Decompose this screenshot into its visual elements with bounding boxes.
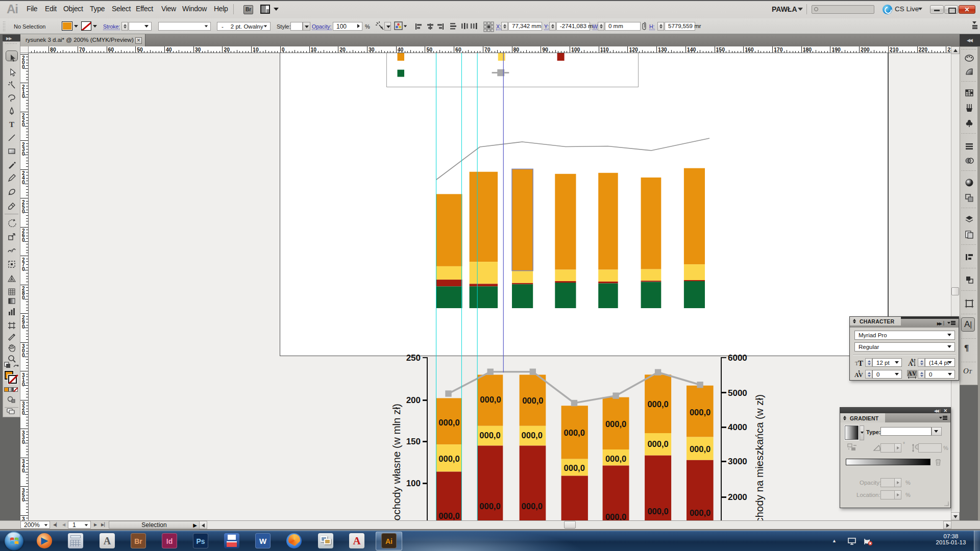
svg-text:V: V (912, 370, 917, 377)
svg-text:4000: 4000 (728, 422, 747, 432)
svg-text:0: 0 (22, 353, 25, 358)
svg-text:0: 0 (22, 151, 25, 157)
svg-text:130: 130 (658, 46, 667, 53)
svg-text:A: A (908, 360, 913, 367)
svg-text:Dochody własne (w mln zł): Dochody własne (w mln zł) (390, 404, 402, 520)
svg-text:000,0: 000,0 (479, 502, 500, 511)
svg-text:000,0: 000,0 (605, 512, 626, 521)
svg-text:40: 40 (398, 46, 404, 53)
svg-text:230: 230 (947, 46, 951, 53)
svg-text:6000: 6000 (728, 353, 747, 363)
svg-text:0: 0 (22, 180, 25, 185)
svg-text:000,0: 000,0 (522, 502, 543, 511)
svg-text:80: 80 (513, 46, 520, 53)
svg-text:T: T (9, 120, 14, 129)
svg-text:0: 0 (22, 122, 25, 128)
svg-text:30: 30 (195, 46, 201, 53)
svg-text:000,0: 000,0 (479, 431, 500, 440)
svg-text:3000: 3000 (728, 457, 747, 466)
svg-text:0: 0 (22, 324, 25, 330)
svg-text:000,0: 000,0 (690, 444, 710, 454)
svg-text:0: 0 (22, 382, 25, 387)
svg-text:000,0: 000,0 (647, 507, 668, 516)
svg-text:100: 100 (406, 479, 421, 488)
svg-text:110: 110 (600, 46, 609, 53)
svg-text:100: 100 (571, 46, 580, 53)
svg-text:000,0: 000,0 (438, 418, 459, 427)
svg-text:000,0: 000,0 (605, 454, 626, 463)
svg-text:000,0: 000,0 (605, 419, 626, 429)
svg-text:000,0: 000,0 (690, 508, 710, 517)
svg-text:190: 190 (831, 46, 841, 53)
svg-text:0: 0 (22, 295, 25, 300)
svg-text:120: 120 (629, 46, 638, 53)
svg-text:30: 30 (369, 46, 375, 53)
svg-text:210: 210 (890, 46, 899, 53)
svg-text:000,0: 000,0 (564, 428, 585, 437)
svg-text:2000: 2000 (728, 492, 747, 502)
svg-text:000,0: 000,0 (690, 408, 710, 417)
svg-text:200: 200 (406, 395, 421, 405)
svg-text:000,0: 000,0 (438, 454, 459, 463)
svg-text:T: T (858, 359, 863, 367)
svg-text:0: 0 (22, 497, 25, 503)
svg-text:0: 0 (22, 237, 25, 243)
svg-text:140: 140 (687, 46, 696, 53)
svg-text:40: 40 (166, 46, 172, 53)
svg-text:0: 0 (22, 410, 25, 416)
svg-text:0: 0 (22, 93, 25, 99)
svg-text:20: 20 (339, 46, 346, 53)
svg-text:000,0: 000,0 (480, 395, 501, 404)
svg-text:90: 90 (542, 46, 548, 53)
svg-text:220: 220 (919, 46, 928, 53)
svg-text:0: 0 (22, 64, 25, 70)
svg-text:0: 0 (22, 266, 25, 272)
svg-text:000,0: 000,0 (438, 511, 459, 520)
svg-text:60: 60 (455, 46, 461, 53)
svg-text:0: 0 (22, 468, 25, 473)
svg-text:170: 170 (774, 46, 783, 53)
svg-text:0: 0 (22, 439, 25, 445)
svg-text:80: 80 (50, 46, 56, 53)
svg-text:000,0: 000,0 (564, 463, 585, 472)
svg-text:A: A (908, 370, 912, 377)
svg-text:50: 50 (426, 46, 432, 53)
svg-text:10: 10 (253, 46, 259, 53)
svg-text:000,0: 000,0 (647, 399, 668, 409)
svg-text:70: 70 (79, 46, 85, 53)
svg-text:70: 70 (484, 46, 491, 53)
svg-text:50: 50 (137, 46, 143, 53)
svg-text:20: 20 (224, 46, 230, 53)
svg-text:5000: 5000 (728, 388, 747, 398)
svg-text:150: 150 (406, 437, 421, 446)
svg-text:180: 180 (803, 46, 812, 53)
svg-text:150: 150 (716, 46, 725, 53)
svg-text:160: 160 (745, 46, 754, 53)
svg-text:60: 60 (108, 46, 114, 53)
svg-text:3: 3 (22, 516, 25, 520)
svg-text:000,0: 000,0 (522, 431, 543, 440)
svg-text:10: 10 (311, 46, 317, 53)
svg-text:200: 200 (861, 46, 870, 53)
svg-text:0: 0 (22, 209, 25, 214)
svg-text:000,0: 000,0 (647, 439, 668, 448)
svg-text:0: 0 (282, 46, 285, 53)
svg-text:Dochody na mieszkańca (w zł): Dochody na mieszkańca (w zł) (753, 394, 765, 520)
svg-text:250: 250 (406, 353, 421, 363)
svg-text:000,0: 000,0 (522, 396, 543, 405)
